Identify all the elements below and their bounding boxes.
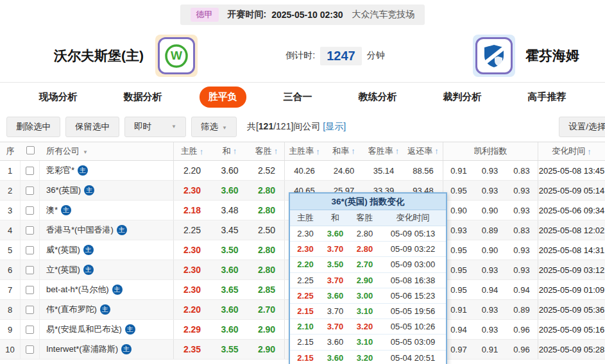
home-badge-icon (83, 245, 94, 255)
home-odds: 2.35 (173, 340, 210, 359)
company-cell[interactable]: 立*(英国) (40, 264, 173, 276)
row-checkbox[interactable] (21, 300, 40, 319)
company-cell[interactable]: 竞彩官* (40, 165, 173, 176)
row-checkbox[interactable] (21, 220, 40, 240)
popup-col-home: 主胜 (290, 212, 321, 224)
company-cell[interactable]: 易*(安提瓜和巴布达) (40, 324, 173, 335)
return-rate: 88.56 (404, 166, 443, 176)
company-cell[interactable]: 澳* (40, 204, 173, 216)
row-checkbox[interactable] (21, 181, 40, 200)
col-header-change-time[interactable]: 变化时间 (538, 142, 605, 160)
kelly-away: 0.96 (506, 345, 538, 354)
popup-title: 36*(英国) 指数变化 (290, 194, 446, 210)
kelly-home: 0.90 (443, 201, 474, 220)
delete-selected-button[interactable]: 删除选中 (6, 117, 60, 137)
home-odds: 2.30 (173, 240, 210, 260)
home-odds: 2.20 (173, 300, 210, 319)
row-index: 6 (0, 260, 21, 279)
kelly-away: 0.89 (506, 305, 538, 315)
kelly-draw: 0.93 (474, 305, 506, 315)
popup-draw-odds: 3.60 (321, 229, 350, 238)
col-header-draw-odds[interactable]: 和 (210, 145, 249, 157)
popup-row: 2.30 3.70 2.80 05-09 03:22 (290, 242, 446, 257)
kickoff-label: 开赛时间: (228, 9, 267, 21)
company-cell[interactable]: 香港马*(中国香港) (40, 224, 173, 236)
row-checkbox[interactable] (21, 260, 40, 279)
change-time: 2025-05-06 09:34 (538, 201, 605, 220)
col-header-draw-rate[interactable]: 和率 (324, 145, 364, 157)
col-header-company[interactable]: 所有公司 (40, 145, 173, 157)
col-header-home-rate[interactable]: 主胜率 (284, 142, 324, 160)
row-index: 1 (0, 161, 21, 180)
company-cell[interactable]: Interwet*(塞浦路斯) (40, 343, 173, 355)
company-cell[interactable]: 伟*(直布罗陀) (40, 304, 173, 315)
popup-row: 2.30 3.60 2.80 05-09 05:13 (290, 226, 446, 242)
row-index: 9 (0, 320, 21, 339)
col-header-away-rate[interactable]: 客胜率 (364, 145, 404, 157)
popup-draw-odds: 3.70 (321, 322, 350, 331)
company-cell[interactable]: bet-at-h*(马尔他) (40, 284, 173, 295)
nav-tab[interactable]: 裁判分析 (434, 87, 491, 108)
popup-home-odds: 2.30 (290, 244, 321, 254)
popup-row: 2.15 3.60 3.20 05-04 20:51 (290, 351, 446, 364)
kelly-draw: 0.90 (474, 206, 506, 215)
row-index: 7 (0, 280, 21, 299)
teams-header: 沃尔夫斯堡(主) W 倒计时: 1247 分钟 霍芬海姆 (0, 29, 605, 82)
change-time: 2025-05-09 03:12 (538, 260, 605, 279)
popup-change-time: 05-06 15:23 (380, 291, 446, 301)
show-link[interactable]: [显示] (323, 121, 346, 131)
popup-change-time: 05-05 19:56 (380, 306, 446, 316)
home-odds: 2.30 (173, 181, 210, 200)
draw-odds: 3.60 (210, 265, 249, 275)
kelly-away: 0.83 (506, 166, 538, 176)
home-odds: 2.29 (173, 320, 210, 339)
settings-select-button[interactable]: 设置/选择 (559, 117, 605, 137)
table-toolbar: 删除选中 保留选中 即时 筛选 共[121/121]间公司[显示] 设置/选择 (0, 112, 605, 142)
kelly-home: 0.95 (443, 240, 474, 260)
company-name: 立*(英国) (46, 264, 80, 276)
away-odds: 2.70 (249, 304, 284, 315)
nav-tab[interactable]: 现场分析 (30, 87, 87, 108)
select-all-checkbox[interactable] (21, 146, 40, 156)
kelly-draw: 0.93 (474, 166, 506, 176)
nav-tab[interactable]: 数据分析 (115, 87, 171, 108)
live-odds-select[interactable]: 即时 (124, 117, 186, 137)
popup-home-odds: 2.15 (290, 337, 321, 347)
col-header-away-odds[interactable]: 客胜 (249, 145, 284, 157)
col-header-return-rate[interactable]: 返还率 (404, 145, 443, 157)
row-checkbox[interactable] (21, 240, 40, 260)
home-rate: 40.26 (284, 161, 324, 180)
change-time: 2025-05-08 14:31 (538, 240, 605, 260)
keep-selected-button[interactable]: 保留选中 (65, 117, 119, 137)
nav-tab[interactable]: 高手推荐 (519, 87, 575, 108)
popup-home-odds: 2.10 (290, 322, 321, 331)
live-odds-select-value: 即时 (134, 121, 151, 133)
popup-change-time: 05-05 10:26 (380, 322, 446, 331)
away-odds: 2.90 (249, 344, 284, 354)
kelly-draw: 0.94 (474, 285, 506, 295)
row-checkbox[interactable] (21, 201, 40, 220)
away-team-name: 霍芬海姆 (525, 47, 579, 65)
kelly-draw: 0.93 (474, 265, 506, 275)
row-checkbox[interactable] (21, 340, 40, 359)
kelly-draw: 0.89 (474, 226, 506, 235)
nav-tab[interactable]: 三合一 (275, 87, 321, 108)
company-name: 36*(英国) (46, 185, 81, 196)
popup-home-odds: 2.15 (290, 306, 321, 316)
row-checkbox[interactable] (21, 320, 40, 339)
company-cell[interactable]: 36*(英国) (40, 185, 173, 196)
row-checkbox[interactable] (21, 161, 40, 180)
filter-button[interactable]: 筛选 (191, 117, 237, 137)
company-name: Interwet*(塞浦路斯) (46, 343, 118, 355)
odds-table-header: 序 所有公司 主胜 和 客胜 主胜率 和率 客胜率 返还率 凯利指数 变化时间 (0, 142, 605, 161)
nav-tab[interactable]: 教练分析 (350, 87, 406, 108)
popup-col-draw: 和 (321, 212, 350, 224)
col-header-home-odds[interactable]: 主胜 (173, 142, 210, 160)
company-cell[interactable]: 威*(英国) (40, 244, 173, 256)
kelly-home: 0.95 (443, 280, 474, 299)
company-count: 共[121/121]间公司[显示] (247, 121, 346, 133)
home-odds: 2.25 (173, 220, 210, 240)
nav-tab[interactable]: 胜平负 (200, 87, 246, 108)
kelly-home: 0.91 (443, 300, 474, 319)
row-checkbox[interactable] (21, 280, 40, 299)
